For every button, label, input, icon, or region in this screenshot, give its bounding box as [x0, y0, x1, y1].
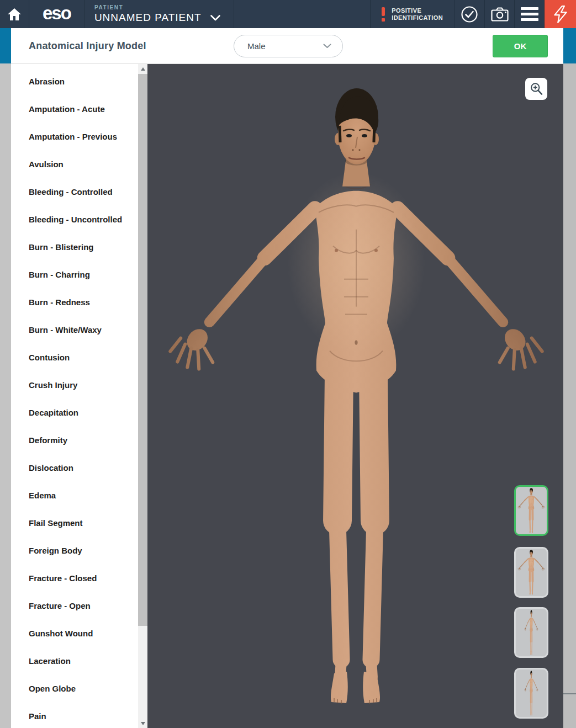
gender-selected-value: Male — [247, 41, 266, 51]
positive-id-line2: IDENTIFICATION — [392, 14, 443, 22]
list-item[interactable]: Fracture - Open — [11, 592, 138, 619]
modal-header: Anatomical Injury Model Male OK — [11, 28, 563, 63]
menu-icon — [521, 7, 538, 21]
page-title: Anatomical Injury Model — [29, 40, 146, 51]
list-item[interactable]: Amputation - Acute — [11, 95, 138, 123]
list-item[interactable]: Foreign Body — [11, 536, 138, 564]
patient-selector[interactable]: PATIENT UNNAMED PATIENT — [84, 0, 234, 28]
lightning-icon — [553, 6, 568, 23]
positive-id-line1: POSITIVE — [392, 7, 443, 14]
camera-icon — [491, 7, 509, 22]
sidebar-scrollbar[interactable] — [138, 64, 147, 728]
list-item[interactable]: Open Globe — [11, 674, 138, 702]
zoom-in-magnifier-icon — [529, 82, 543, 96]
app-root: eso PATIENT UNNAMED PATIENT POSITIVE IDE… — [0, 0, 576, 728]
list-item[interactable]: Amputation - Previous — [11, 123, 138, 150]
patient-name: UNNAMED PATIENT — [94, 12, 202, 24]
top-navigation-bar: eso PATIENT UNNAMED PATIENT POSITIVE IDE… — [0, 0, 576, 28]
underlying-page-right-gray — [563, 63, 576, 728]
eso-logo-text: eso — [29, 3, 84, 24]
gender-select[interactable]: Male — [234, 35, 343, 57]
topbar-spacer — [234, 0, 371, 28]
home-icon — [8, 8, 21, 20]
underlying-page-divider-line — [563, 693, 576, 694]
list-item[interactable]: Contusion — [11, 343, 138, 371]
anatomical-injury-modal: Anatomical Injury Model Male OK Abrasion… — [11, 28, 563, 728]
list-item[interactable]: Dislocation — [11, 454, 138, 481]
underlying-page-left-gray — [0, 63, 11, 728]
menu-button[interactable] — [515, 0, 545, 28]
thumbnail-back-view[interactable] — [514, 547, 548, 598]
list-item[interactable]: Crush Injury — [11, 371, 138, 398]
thumbnail-right-side-view[interactable] — [514, 607, 548, 658]
check-circle-icon — [461, 6, 478, 23]
scroll-up-button[interactable] — [138, 64, 147, 73]
underlying-page-left-blue — [0, 28, 11, 63]
zoom-in-button[interactable] — [525, 78, 547, 100]
ok-button[interactable]: OK — [493, 35, 548, 57]
thumbnail-front-figure — [516, 488, 546, 533]
eso-logo: eso — [29, 0, 84, 28]
thumbnail-right-side-figure — [516, 610, 546, 655]
list-item[interactable]: Edema — [11, 481, 138, 509]
model-viewer-canvas[interactable] — [147, 64, 563, 728]
list-item[interactable]: Pain — [11, 702, 138, 728]
chevron-down-icon — [323, 44, 331, 49]
scrollbar-thumb[interactable] — [138, 74, 147, 626]
list-item[interactable]: Gunshot Wound — [11, 619, 138, 647]
verify-button[interactable] — [455, 0, 485, 28]
list-item[interactable]: Decapitation — [11, 398, 138, 426]
list-item[interactable]: Burn - Charring — [11, 261, 138, 288]
scroll-down-button[interactable] — [138, 719, 147, 728]
triangle-down-icon — [141, 722, 145, 725]
list-item[interactable]: Bleeding - Controlled — [11, 178, 138, 205]
list-item[interactable]: Deformity — [11, 426, 138, 454]
thumbnail-left-side-view[interactable] — [514, 668, 548, 719]
camera-button[interactable] — [485, 0, 515, 28]
thumbnail-back-figure — [516, 550, 546, 595]
home-button[interactable] — [0, 0, 29, 28]
thumbnail-front-view[interactable] — [514, 485, 548, 536]
underlying-page-right-blue — [563, 28, 576, 63]
list-item[interactable]: Burn - Blistering — [11, 233, 138, 261]
positive-identification-badge[interactable]: POSITIVE IDENTIFICATION — [370, 0, 455, 28]
triangle-up-icon — [141, 67, 145, 71]
list-item[interactable]: Laceration — [11, 647, 138, 674]
list-item[interactable]: Abrasion — [11, 67, 138, 95]
injury-type-sidebar: Abrasion Amputation - Acute Amputation -… — [11, 64, 138, 728]
list-item[interactable]: Avulsion — [11, 150, 138, 178]
injury-list: Abrasion Amputation - Acute Amputation -… — [11, 64, 138, 728]
list-item[interactable]: Bleeding - Uncontrolled — [11, 205, 138, 233]
chevron-down-icon — [210, 15, 220, 21]
quick-actions-button[interactable] — [545, 0, 576, 28]
alert-exclamation-icon — [382, 7, 385, 22]
list-item[interactable]: Burn - White/Waxy — [11, 316, 138, 343]
list-item[interactable]: Burn - Redness — [11, 288, 138, 316]
patient-label: PATIENT — [94, 4, 124, 10]
list-item[interactable]: Fracture - Closed — [11, 564, 138, 592]
anatomical-body-model[interactable] — [147, 64, 563, 728]
list-item[interactable]: Flail Segment — [11, 509, 138, 536]
thumbnail-left-side-figure — [516, 671, 546, 716]
